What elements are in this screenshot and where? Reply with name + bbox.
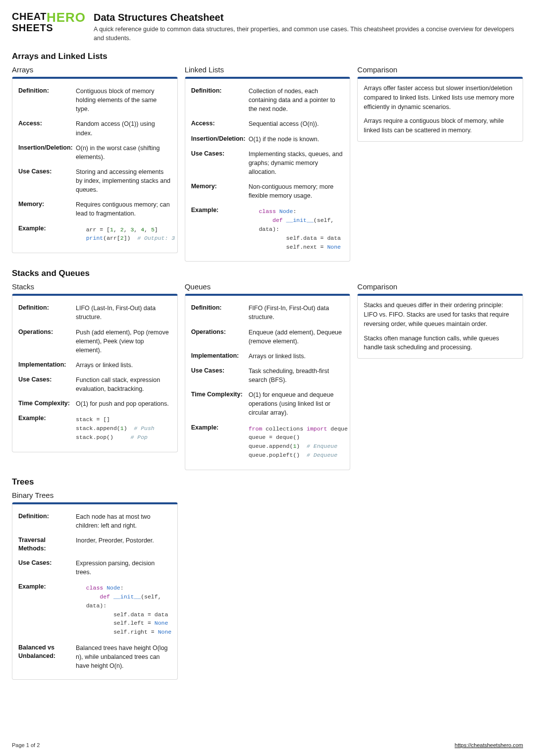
comparison-text-1: Arrays offer faster access but slower in…: [364, 84, 517, 111]
value: Contiguous block of memory holding eleme…: [76, 87, 171, 113]
arrays-card: Definition:Contiguous block of memory ho…: [12, 77, 178, 253]
logo-hero: HERO: [47, 12, 86, 23]
value: O(1) for enqueue and dequeue operations …: [249, 390, 344, 417]
label: Example:: [18, 414, 72, 423]
code-example: class Node: def __init__(self, data): se…: [249, 206, 344, 252]
label: Memory:: [18, 200, 72, 209]
page-subtitle: A quick reference guide to common data s…: [94, 25, 523, 43]
value: Balanced trees have height O(log n), whi…: [76, 644, 171, 670]
comparison-text-2: Arrays require a contiguous block of mem…: [364, 116, 517, 135]
label: Access:: [18, 119, 72, 128]
value: Function call stack, expression evaluati…: [76, 376, 171, 393]
value: Inorder, Preorder, Postorder.: [76, 536, 171, 545]
value: Requires contiguous memory; can lead to …: [76, 200, 171, 218]
logo-cheat: CHEAT: [12, 12, 47, 23]
label: Memory:: [191, 182, 245, 191]
value: Storing and accessing elements by index,…: [76, 167, 171, 194]
label: Use Cases:: [18, 167, 72, 176]
label: Example:: [191, 424, 245, 432]
queues-title: Queues: [185, 282, 351, 291]
linked-lists-title: Linked Lists: [185, 65, 351, 74]
label: Use Cases:: [191, 367, 245, 375]
label: Insertion/Deletion:: [191, 135, 245, 143]
value: Non-contiguous memory; more flexible mem…: [249, 182, 344, 200]
section-trees: Trees: [12, 477, 523, 487]
label: Definition:: [191, 87, 245, 95]
value: LIFO (Last-In, First-Out) data structure…: [76, 304, 171, 322]
label: Definition:: [18, 304, 72, 312]
label: Time Complexity:: [18, 399, 72, 408]
section-arrays-linked-lists: Arrays and Linked Lists: [12, 52, 523, 61]
code-example: arr = [1, 2, 3, 4, 5] print(arr[2]) # Ou…: [76, 224, 175, 244]
code-example: from collections import deque queue = de…: [249, 424, 348, 461]
value: O(1) for push and pop operations.: [76, 399, 171, 408]
label: Implementation:: [191, 352, 245, 360]
label: Use Cases:: [18, 376, 72, 384]
binary-trees-card: Definition:Each node has at most two chi…: [12, 502, 178, 680]
value: O(1) if the node is known.: [249, 135, 344, 144]
stacks-card: Definition:LIFO (Last-In, First-Out) dat…: [12, 294, 178, 452]
arrays-title: Arrays: [12, 65, 178, 74]
value: Random access (O(1)) using index.: [76, 119, 171, 137]
comparison-title: Comparison: [357, 65, 523, 74]
label: Insertion/Deletion:: [18, 144, 72, 152]
label: Operations:: [191, 328, 245, 336]
value: Arrays or linked lists.: [249, 352, 344, 361]
code-example: class Node: def __init__(self, data): se…: [76, 583, 171, 638]
queues-card: Definition:FIFO (First-In, First-Out) da…: [185, 294, 351, 470]
value: Arrays or linked lists.: [76, 361, 171, 370]
comparison-text-1: Stacks and queues differ in their orderi…: [364, 301, 517, 328]
value: Push (add element), Pop (remove element)…: [76, 328, 171, 355]
comparison-text-2: Stacks often manage function calls, whil…: [364, 334, 517, 353]
footer-link[interactable]: https://cheatsheetshero.com: [455, 742, 523, 748]
label: Use Cases:: [18, 559, 72, 567]
page-title: Data Structures Cheatsheet: [94, 12, 523, 23]
value: Sequential access (O(n)).: [249, 119, 344, 128]
comparison-title: Comparison: [357, 282, 523, 291]
section-stacks-queues: Stacks and Queues: [12, 269, 523, 278]
comparison-card: Arrays offer faster access but slower in…: [357, 77, 523, 142]
value: Enqueue (add element), Dequeue (remove e…: [249, 328, 344, 346]
logo-sheets: SHEETS: [12, 23, 86, 32]
label: Time Complexity:: [191, 390, 245, 399]
label: Implementation:: [18, 361, 72, 369]
page-indicator: Page 1 of 2: [12, 742, 40, 748]
label: Balanced vs Unbalanced:: [18, 644, 72, 660]
label: Operations:: [18, 328, 72, 336]
label: Definition:: [191, 304, 245, 312]
value: O(n) in the worst case (shifting element…: [76, 144, 171, 162]
logo: CHEAT HERO SHEETS: [12, 12, 86, 32]
label: Access:: [191, 119, 245, 128]
value: FIFO (First-In, First-Out) data structur…: [249, 304, 344, 322]
stacks-title: Stacks: [12, 282, 178, 291]
linked-lists-card: Definition:Collection of nodes, each con…: [185, 77, 351, 262]
label: Use Cases:: [191, 150, 245, 158]
binary-trees-title: Binary Trees: [12, 491, 178, 499]
label: Definition:: [18, 512, 72, 521]
page-header: CHEAT HERO SHEETS Data Structures Cheats…: [12, 12, 523, 43]
comparison-card: Stacks and queues differ in their orderi…: [357, 294, 523, 359]
value: Implementing stacks, queues, and graphs;…: [249, 150, 344, 176]
code-example: stack = [] stack.append(1) # Push stack.…: [76, 414, 171, 442]
label: Definition:: [18, 87, 72, 95]
value: Each node has at most two children: left…: [76, 512, 171, 530]
value: Collection of nodes, each containing dat…: [249, 87, 344, 113]
value: Task scheduling, breadth-first search (B…: [249, 367, 344, 384]
label: Example:: [18, 583, 72, 591]
value: Expression parsing, decision trees.: [76, 559, 171, 577]
page-footer: Page 1 of 2 https://cheatsheetshero.com: [12, 742, 523, 748]
label: Example:: [18, 224, 72, 233]
label: Example:: [191, 206, 245, 215]
label: Traversal Methods:: [18, 536, 72, 553]
